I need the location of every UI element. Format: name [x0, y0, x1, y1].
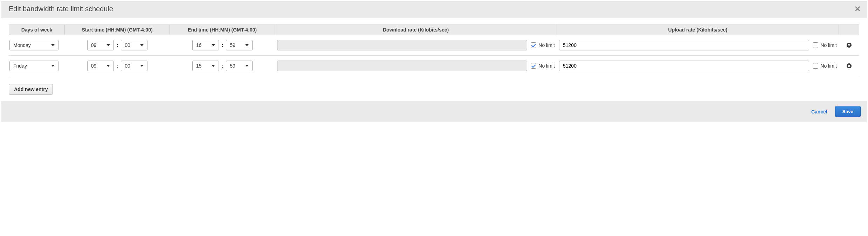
upload-no-limit-checkbox[interactable]: No limit [813, 42, 837, 48]
end-minute-value: 59 [230, 63, 235, 69]
start-hour-select[interactable]: 09 [87, 61, 114, 71]
time-separator: : [117, 42, 118, 48]
chevron-down-icon [245, 65, 249, 67]
save-button[interactable]: Save [835, 106, 861, 117]
chevron-down-icon [51, 65, 55, 67]
end-hour-select[interactable]: 16 [192, 40, 219, 50]
time-separator: : [222, 63, 223, 69]
chevron-down-icon [212, 44, 215, 46]
dialog-body: Days of week Start time (HH:MM) (GMT-4:0… [1, 18, 867, 101]
schedule-table: Days of week Start time (HH:MM) (GMT-4:0… [9, 25, 859, 76]
dialog-header: Edit bandwidth rate limit schedule ✕ [1, 1, 867, 18]
chevron-down-icon [51, 44, 55, 46]
day-select-value: Monday [13, 42, 31, 48]
end-minute-value: 59 [230, 42, 235, 48]
chevron-down-icon [106, 44, 110, 46]
chevron-down-icon [212, 65, 215, 67]
start-hour-value: 09 [91, 42, 97, 48]
checkbox-icon [813, 42, 818, 48]
chevron-down-icon [140, 65, 144, 67]
close-circle-icon [846, 42, 852, 48]
add-new-entry-button[interactable]: Add new entry [9, 84, 53, 95]
end-hour-value: 16 [196, 42, 202, 48]
upload-rate-input[interactable] [559, 40, 809, 50]
download-rate-input[interactable] [277, 61, 527, 71]
no-limit-label: No limit [820, 63, 837, 69]
no-limit-label: No limit [820, 42, 837, 48]
checkbox-icon [531, 42, 536, 48]
download-rate-input[interactable] [277, 40, 527, 50]
start-minute-select[interactable]: 00 [121, 61, 147, 71]
close-circle-icon [846, 63, 852, 69]
table-row: Friday 09 : 00 15 [9, 56, 859, 76]
dialog-title: Edit bandwidth rate limit schedule [9, 5, 113, 13]
th-end: End time (HH:MM) (GMT-4:00) [170, 25, 275, 35]
start-minute-value: 00 [125, 63, 130, 69]
start-minute-select[interactable]: 00 [121, 40, 147, 50]
time-separator: : [222, 42, 223, 48]
chevron-down-icon [245, 44, 249, 46]
upload-no-limit-checkbox[interactable]: No limit [813, 63, 837, 69]
delete-row-button[interactable] [846, 62, 853, 69]
time-separator: : [117, 63, 118, 69]
download-no-limit-checkbox[interactable]: No limit [531, 42, 555, 48]
upload-rate-input[interactable] [559, 61, 809, 71]
end-minute-select[interactable]: 59 [226, 40, 253, 50]
th-day: Days of week [9, 25, 65, 35]
end-hour-value: 15 [196, 63, 202, 69]
dialog-footer: Cancel Save [1, 101, 867, 122]
th-start: Start time (HH:MM) (GMT-4:00) [65, 25, 170, 35]
delete-row-button[interactable] [846, 42, 853, 49]
no-limit-label: No limit [538, 42, 555, 48]
th-upload: Upload rate (Kilobits/sec) [557, 25, 839, 35]
day-select[interactable]: Friday [9, 61, 58, 71]
no-limit-label: No limit [538, 63, 555, 69]
day-select-value: Friday [13, 63, 27, 69]
start-minute-value: 00 [125, 42, 130, 48]
checkbox-icon [531, 63, 536, 69]
chevron-down-icon [140, 44, 144, 46]
end-hour-select[interactable]: 15 [192, 61, 219, 71]
checkbox-icon [813, 63, 818, 69]
day-select[interactable]: Monday [9, 40, 58, 50]
start-hour-select[interactable]: 09 [87, 40, 114, 50]
bandwidth-schedule-dialog: Edit bandwidth rate limit schedule ✕ Day… [1, 1, 867, 122]
end-minute-select[interactable]: 59 [226, 61, 253, 71]
cancel-button[interactable]: Cancel [811, 109, 827, 114]
download-no-limit-checkbox[interactable]: No limit [531, 63, 555, 69]
th-delete [839, 25, 859, 35]
close-icon[interactable]: ✕ [854, 5, 861, 13]
table-header-row: Days of week Start time (HH:MM) (GMT-4:0… [9, 25, 859, 35]
chevron-down-icon [106, 65, 110, 67]
table-row: Monday 09 : 00 16 [9, 35, 859, 56]
start-hour-value: 09 [91, 63, 97, 69]
th-download: Download rate (Kilobits/sec) [275, 25, 557, 35]
